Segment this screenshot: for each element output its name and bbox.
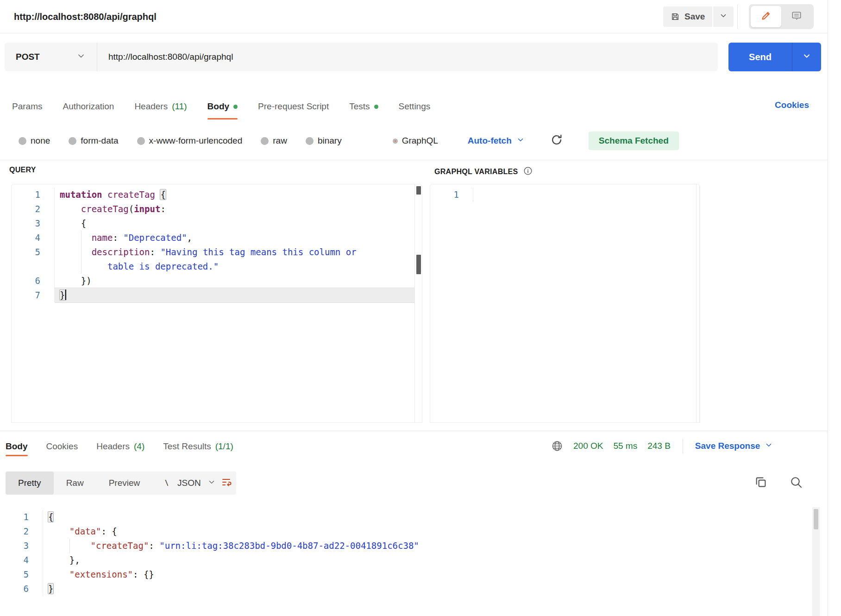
tab-pre-request-script[interactable]: Pre-request Script (258, 94, 329, 119)
code-token (48, 526, 69, 536)
code-token (60, 204, 81, 214)
code-token: { (60, 218, 86, 228)
meta-separator (683, 439, 683, 453)
tab-body[interactable]: Body (207, 94, 238, 119)
pencil-icon (760, 10, 772, 23)
view-tab-preview[interactable]: Preview (96, 471, 153, 495)
response-tab-test-results[interactable]: Test Results(1/1) (163, 437, 233, 456)
body-type-form-data[interactable]: form-data (69, 136, 118, 146)
globe-icon[interactable] (551, 440, 563, 452)
tab-label: Body (207, 101, 230, 112)
edit-mode-button[interactable] (751, 6, 781, 27)
green-dot-icon (374, 105, 378, 109)
radio-icon (137, 137, 145, 145)
tab-count: (11) (172, 101, 187, 112)
response-scrollbar[interactable] (812, 507, 820, 616)
tab-settings[interactable]: Settings (399, 94, 431, 119)
method-label: POST (16, 52, 40, 62)
response-body-editor[interactable]: 1{2 "data": {3 "createTag": "urn:li:tag:… (0, 507, 812, 616)
edit-comment-toggle (749, 4, 814, 29)
cookies-link[interactable]: Cookies (775, 100, 809, 110)
code-text: "createTag": "urn:li:tag:38c283bd-9bd0-4… (43, 539, 812, 553)
line-number: 6 (12, 274, 55, 288)
request-title: http://localhost:8080/api/graphql (14, 0, 157, 33)
code-token: table is deprecated." (107, 261, 219, 271)
body-type-none[interactable]: none (19, 136, 50, 146)
body-type-label: raw (273, 136, 287, 146)
tab-tests[interactable]: Tests (349, 94, 378, 119)
body-type-x-www-form-urlencoded[interactable]: x-www-form-urlencoded (137, 136, 243, 146)
variables-title-label: GRAPHQL VARIABLES (434, 168, 518, 176)
code-token: "extensions" (69, 569, 133, 579)
code-token (60, 261, 107, 271)
scrollbar-thumb[interactable] (416, 255, 421, 274)
variables-panel-title: GRAPHQL VARIABLES (434, 166, 533, 178)
save-response-button[interactable]: Save Response (695, 441, 773, 452)
line-number: 5 (12, 245, 55, 259)
info-icon[interactable] (523, 166, 533, 178)
text-cursor (65, 289, 66, 300)
query-editor[interactable]: 1mutation createTag {2 createTag(input:3… (11, 184, 422, 423)
format-label: JSON (177, 478, 201, 488)
view-tab-raw[interactable]: Raw (54, 471, 96, 495)
code-token: }, (48, 555, 80, 565)
send-button[interactable]: Send (728, 43, 792, 71)
code-token: : { (101, 526, 117, 536)
code-token: { (48, 512, 53, 522)
code-token: "Deprecated" (123, 233, 187, 243)
tab-label: Headers (96, 441, 130, 452)
chevron-down-icon (719, 12, 728, 22)
code-line: 1mutation createTag { (12, 188, 414, 202)
url-input[interactable]: http://localhost:8080/api/graphql (97, 43, 718, 71)
view-tab-pretty[interactable]: Pretty (6, 471, 54, 495)
code-line: 5 "extensions": {} (0, 567, 812, 582)
response-tab-headers[interactable]: Headers(4) (96, 437, 144, 456)
code-token: : (149, 541, 159, 551)
chevron-down-icon (207, 478, 216, 489)
scrollbar-thumb[interactable] (416, 186, 421, 195)
chevron-down-icon (802, 51, 811, 63)
send-options-button[interactable] (792, 43, 821, 71)
send-button-group: Send (728, 43, 821, 71)
body-type-raw[interactable]: raw (261, 136, 287, 146)
request-tabs: ParamsAuthorizationHeaders(11)BodyPre-re… (12, 94, 430, 119)
header-bar: http://localhost:8080/api/graphql Save (0, 0, 828, 33)
save-button-group: Save (663, 6, 734, 27)
code-text: }, (43, 553, 812, 567)
line-number: 3 (0, 539, 43, 553)
tab-authorization[interactable]: Authorization (63, 94, 114, 119)
autofetch-dropdown[interactable]: Auto-fetch (468, 136, 525, 146)
query-editor-scrollbar[interactable] (414, 184, 422, 422)
response-tab-body[interactable]: Body (6, 437, 28, 456)
refresh-schema-button[interactable] (551, 134, 563, 148)
copy-response-button[interactable] (754, 475, 768, 491)
code-text: description: "Having this tag means this… (55, 245, 414, 259)
line-number: 4 (0, 553, 43, 567)
code-text: mutation createTag { (55, 188, 414, 202)
body-type-label: binary (318, 136, 342, 146)
code-text: "extensions": {} (43, 567, 812, 582)
tab-label: Test Results (163, 441, 211, 452)
code-token: { (160, 189, 165, 200)
line-number: 6 (0, 582, 43, 596)
code-token: } (60, 290, 65, 300)
variables-editor-scrollbar[interactable] (696, 184, 700, 422)
variables-editor[interactable]: 1 (430, 184, 700, 423)
method-selector[interactable]: POST (5, 43, 97, 71)
wrap-lines-button[interactable] (217, 471, 236, 495)
tab-params[interactable]: Params (12, 94, 42, 119)
tab-headers[interactable]: Headers(11) (134, 94, 187, 119)
save-button[interactable]: Save (663, 6, 712, 27)
save-options-button[interactable] (713, 6, 734, 27)
body-type-row: noneform-datax-www-form-urlencodedrawbin… (19, 132, 679, 150)
code-text: createTag(input: (55, 202, 414, 216)
response-tab-cookies[interactable]: Cookies (46, 437, 78, 456)
body-type-graphql[interactable]: GraphQL (393, 136, 438, 146)
body-type-label: GraphQL (402, 136, 438, 146)
body-type-binary[interactable]: binary (306, 136, 342, 146)
comment-button[interactable] (781, 6, 812, 27)
scrollbar-thumb[interactable] (814, 509, 818, 529)
response-time: 55 ms (613, 441, 637, 451)
search-response-button[interactable] (789, 475, 803, 491)
code-token: name (92, 233, 113, 243)
